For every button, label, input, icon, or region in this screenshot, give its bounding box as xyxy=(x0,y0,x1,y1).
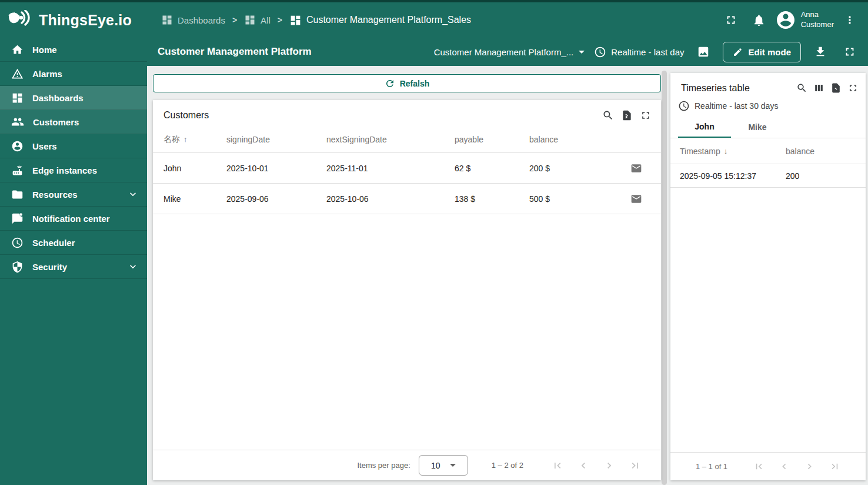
envelope-icon xyxy=(630,193,642,205)
sidebar-item-edge-instances[interactable]: Edge instances xyxy=(0,158,147,182)
next-page-button[interactable] xyxy=(804,461,815,472)
dashboard-canvas: Refalsh Customers xyxy=(147,66,868,485)
sidebar-item-dashboards[interactable]: Dashboards xyxy=(0,86,147,110)
column-header-timestamp[interactable]: Timestamp ↓ xyxy=(680,147,786,156)
timeseries-widget: Timeseries table xyxy=(670,73,866,480)
email-button[interactable] xyxy=(629,162,643,174)
notifications-button[interactable] xyxy=(747,8,772,32)
next-page-button[interactable] xyxy=(603,460,615,471)
kebab-icon xyxy=(844,14,856,26)
tab-john[interactable]: John xyxy=(678,117,731,138)
sidebar-item-resources[interactable]: Resources xyxy=(0,182,147,207)
file-export-icon xyxy=(621,109,633,121)
breadcrumb-all[interactable]: All xyxy=(244,14,271,26)
items-per-page-select[interactable]: 10 xyxy=(419,455,468,476)
topbar-actions: Anna Customer xyxy=(719,8,868,32)
widget-title: Customers xyxy=(163,110,209,121)
columns-icon xyxy=(813,82,824,94)
export-button[interactable] xyxy=(621,109,633,121)
refresh-button[interactable]: Refalsh xyxy=(153,74,661,92)
search-button[interactable] xyxy=(796,82,807,94)
toolbar-actions: Customer Management Platform_... Realtim… xyxy=(434,39,860,64)
column-header-nextsigningdate[interactable]: nextSigningDate xyxy=(326,135,455,144)
columns-button[interactable] xyxy=(813,82,824,94)
breadcrumb-separator: > xyxy=(232,15,237,25)
first-page-icon xyxy=(552,460,563,471)
logo-text: ThingsEye.io xyxy=(39,12,132,29)
time-window-button[interactable]: Realtime - last day xyxy=(594,46,684,58)
chevron-down-icon xyxy=(579,51,585,54)
sidebar-nav: Home Alarms Dashboards Customers Users E… xyxy=(0,38,147,485)
search-icon xyxy=(796,82,807,94)
export-button[interactable] xyxy=(830,82,842,94)
more-menu-button[interactable] xyxy=(837,8,862,32)
logo[interactable]: ThingsEye.io xyxy=(0,10,148,30)
column-header-balance[interactable]: balance xyxy=(529,135,629,144)
column-header-name[interactable]: 名称 ↑ xyxy=(163,134,226,145)
vertical-scrollbar[interactable] xyxy=(662,71,667,485)
column-header-signingdate[interactable]: signingDate xyxy=(226,135,326,144)
sidebar-item-home[interactable]: Home xyxy=(0,38,147,62)
sort-asc-icon: ↑ xyxy=(183,135,188,144)
fullscreen-button[interactable] xyxy=(719,8,743,32)
table-row[interactable]: 2025-09-05 15:12:37 200 xyxy=(670,164,866,188)
sidebar-item-security[interactable]: Security xyxy=(0,255,147,279)
breadcrumb-current[interactable]: Customer Management Platform_Sales xyxy=(289,14,471,26)
email-button[interactable] xyxy=(629,193,643,205)
image-gallery-button[interactable] xyxy=(693,39,713,64)
first-page-button[interactable] xyxy=(753,461,764,472)
chevron-down-icon xyxy=(450,464,456,467)
sidebar-item-customers[interactable]: Customers xyxy=(0,110,147,134)
sidebar-item-notification-center[interactable]: Notification center xyxy=(0,207,147,231)
folder-icon xyxy=(11,188,24,201)
column-header-balance[interactable]: balance xyxy=(786,147,856,156)
widget-fullscreen-button[interactable] xyxy=(847,82,859,94)
home-icon xyxy=(11,44,24,56)
tab-mike[interactable]: Mike xyxy=(731,117,784,138)
fullscreen-icon xyxy=(640,109,652,121)
user-menu[interactable]: Anna Customer xyxy=(775,9,834,31)
dashboard-state-select[interactable]: Customer Management Platform_... xyxy=(434,47,585,57)
fullscreen-icon xyxy=(847,82,859,94)
clock-icon xyxy=(678,100,690,112)
search-button[interactable] xyxy=(602,109,614,121)
widget-title: Timeseries table xyxy=(681,83,750,94)
file-export-icon xyxy=(830,82,842,94)
sort-desc-icon: ↓ xyxy=(724,147,728,155)
prev-page-button[interactable] xyxy=(779,461,790,472)
table-row[interactable]: Mike 2025-09-06 2025-10-06 138 $ 500 $ xyxy=(153,184,661,214)
time-window-button[interactable]: Realtime - last 30 days xyxy=(670,95,866,117)
items-per-page-label: Items per page: xyxy=(357,461,410,470)
shield-icon xyxy=(11,261,24,273)
image-icon xyxy=(697,45,710,58)
column-header-payable[interactable]: payable xyxy=(455,135,529,144)
first-page-icon xyxy=(753,461,764,472)
edit-mode-button[interactable]: Edit mode xyxy=(723,42,801,62)
prev-page-button[interactable] xyxy=(577,460,589,471)
chevron-right-icon xyxy=(603,460,615,471)
last-page-button[interactable] xyxy=(829,461,840,472)
sidebar-item-users[interactable]: Users xyxy=(0,134,147,158)
customers-widget: Customers 名称 ↑ s xyxy=(153,100,661,480)
entity-tabs: John Mike xyxy=(670,117,866,138)
sidebar-item-alarms[interactable]: Alarms xyxy=(0,62,147,86)
last-page-icon xyxy=(629,460,641,471)
search-icon xyxy=(602,109,614,121)
application-window: ThingsEye.io Dashboards > All > xyxy=(0,0,868,485)
download-button[interactable] xyxy=(810,39,830,64)
chevron-down-icon xyxy=(127,188,139,200)
chevron-left-icon xyxy=(779,461,790,472)
toolbar-fullscreen-button[interactable] xyxy=(840,39,860,64)
widget-fullscreen-button[interactable] xyxy=(640,109,652,121)
table-row[interactable]: John 2025-10-01 2025-11-01 62 $ 200 $ xyxy=(153,153,661,184)
chevron-left-icon xyxy=(577,460,589,471)
first-page-button[interactable] xyxy=(552,460,563,471)
dashboard-title: Customer Management Platform xyxy=(158,46,312,58)
user-name: Anna Customer xyxy=(801,10,834,30)
sidebar-item-scheduler[interactable]: Scheduler xyxy=(0,231,147,255)
avatar xyxy=(775,9,796,31)
last-page-button[interactable] xyxy=(629,460,641,471)
timeseries-paginator: 1 – 1 of 1 xyxy=(670,452,866,480)
breadcrumb-dashboards[interactable]: Dashboards xyxy=(161,14,225,26)
pencil-icon xyxy=(733,47,743,57)
